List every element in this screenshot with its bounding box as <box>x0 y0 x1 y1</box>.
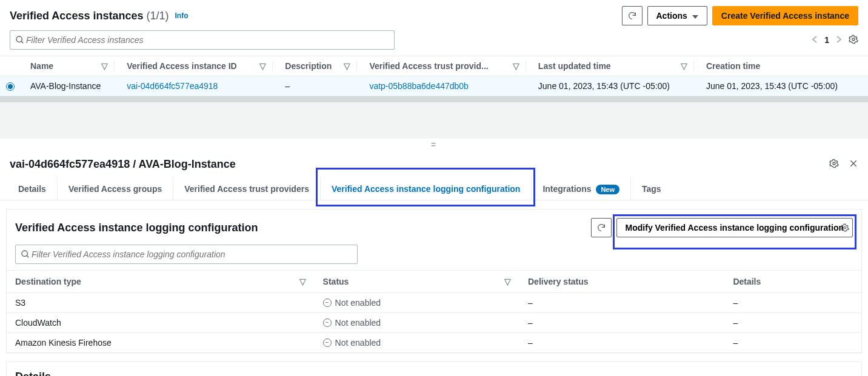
cell-status: −Not enabled <box>323 318 511 328</box>
cell-details: – <box>724 293 861 313</box>
gear-icon <box>841 223 849 232</box>
pager-next[interactable] <box>836 35 841 45</box>
close-icon <box>849 159 858 168</box>
sort-icon[interactable]: ▽ <box>504 277 511 286</box>
tab-groups[interactable]: Verified Access groups <box>57 177 173 200</box>
logging-search[interactable] <box>15 245 358 264</box>
tab-trust-providers[interactable]: Verified Access trust providers <box>173 177 320 200</box>
search-icon <box>15 35 25 45</box>
cell-delivery-status: – <box>519 333 724 353</box>
pager-number: 1 <box>824 35 829 45</box>
tab-integrations-label: Integrations <box>542 184 591 194</box>
gear-icon <box>849 35 858 44</box>
col-creation-time[interactable]: Creation time <box>706 61 760 71</box>
svg-line-2 <box>21 41 23 43</box>
cell-delivery-status: – <box>519 313 724 333</box>
svg-line-9 <box>27 256 28 257</box>
cell-dest-type: Amazon Kinesis Firehose <box>7 333 315 353</box>
not-enabled-icon: − <box>323 318 332 327</box>
cell-instance-id-link[interactable]: vai-04d664fc577ea4918 <box>127 81 218 91</box>
instances-search[interactable] <box>10 30 395 50</box>
panel-resize-handle[interactable]: = <box>0 139 868 152</box>
logging-config-table: Destination type▽ Status▽ Delivery statu… <box>7 270 861 352</box>
col-delivery-status[interactable]: Delivery status <box>519 271 724 293</box>
logging-refresh-button[interactable] <box>591 218 612 237</box>
row-select-radio[interactable] <box>6 82 15 91</box>
sort-icon[interactable]: ▽ <box>101 61 108 71</box>
tab-logging-configuration[interactable]: Verified Access instance logging configu… <box>320 177 531 200</box>
not-enabled-icon: − <box>323 298 332 307</box>
not-enabled-icon: − <box>323 338 332 347</box>
svg-point-1 <box>16 36 22 42</box>
cell-name: AVA-Blog-Instance <box>24 76 121 96</box>
sort-icon[interactable]: ▽ <box>513 61 519 71</box>
cell-dest-type: CloudWatch <box>7 313 315 333</box>
pager: 1 <box>812 35 858 46</box>
refresh-icon <box>596 223 606 233</box>
table-settings-button[interactable] <box>841 223 849 234</box>
logging-config-panel: Verified Access instance logging configu… <box>6 209 862 353</box>
col-details[interactable]: Details <box>724 271 861 293</box>
col-name[interactable]: Name <box>30 61 53 71</box>
page-title: Verified Access instances (1/1) <box>10 10 169 22</box>
table-row: Amazon Kinesis Firehose−Not enabled–– <box>7 333 861 353</box>
info-link[interactable]: Info <box>175 12 189 20</box>
close-detail-button[interactable] <box>849 159 858 170</box>
instances-search-input[interactable] <box>25 35 389 45</box>
cell-details: – <box>724 313 861 333</box>
gear-icon <box>829 159 839 168</box>
svg-point-7 <box>844 226 846 229</box>
cell-dest-type: S3 <box>7 293 315 313</box>
svg-point-3 <box>852 38 855 41</box>
tab-integrations[interactable]: Integrations New <box>531 177 630 200</box>
logging-search-input[interactable] <box>30 249 352 260</box>
svg-point-4 <box>833 162 835 165</box>
cell-details: – <box>724 333 861 353</box>
col-last-updated[interactable]: Last updated time <box>538 61 611 71</box>
blank-area <box>0 102 868 139</box>
sort-icon[interactable]: ▽ <box>259 61 266 71</box>
cell-last-updated: June 01, 2023, 15:43 (UTC -05:00) <box>532 76 700 96</box>
cell-status: −Not enabled <box>323 338 511 348</box>
search-icon <box>21 249 30 259</box>
instances-table: Name▽ Verified Access instance ID▽ Descr… <box>0 56 868 96</box>
actions-label: Actions <box>656 11 687 21</box>
refresh-icon <box>627 11 637 21</box>
cell-trust-provider-link[interactable]: vatp-05b88ba6de447db0b <box>369 81 469 91</box>
sort-icon[interactable]: ▽ <box>681 61 687 71</box>
col-instance-id[interactable]: Verified Access instance ID <box>127 61 237 71</box>
table-row: CloudWatch−Not enabled–– <box>7 313 861 333</box>
details-panel-title: Details <box>15 371 51 376</box>
details-panel: Details Log version ocsf-1.0 Trust conte… <box>6 361 862 376</box>
table-row: S3−Not enabled–– <box>7 293 861 313</box>
detail-heading: vai-04d664fc577ea4918 / AVA-Blog-Instanc… <box>10 158 236 171</box>
svg-point-8 <box>22 251 27 256</box>
actions-button[interactable]: Actions <box>647 6 707 25</box>
detail-settings-button[interactable] <box>829 159 839 170</box>
logging-panel-title: Verified Access instance logging configu… <box>15 222 258 234</box>
instance-count: (1/1) <box>146 10 169 22</box>
settings-gear-button[interactable] <box>849 35 858 46</box>
svg-marker-0 <box>692 15 698 19</box>
caret-down-icon <box>692 11 698 21</box>
col-description[interactable]: Description <box>285 61 332 71</box>
cell-status: −Not enabled <box>323 298 511 308</box>
sort-icon[interactable]: ▽ <box>344 61 350 71</box>
new-badge: New <box>596 185 619 194</box>
cell-creation-time: June 01, 2023, 15:43 (UTC -05:00) <box>700 76 868 96</box>
col-status[interactable]: Status <box>323 277 349 286</box>
table-row[interactable]: AVA-Blog-Instance vai-04d664fc577ea4918 … <box>0 76 868 96</box>
pager-prev[interactable] <box>812 35 817 45</box>
create-instance-button[interactable]: Create Verified Access instance <box>712 6 858 25</box>
col-dest-type[interactable]: Destination type <box>15 277 81 286</box>
tab-details[interactable]: Details <box>7 177 57 200</box>
refresh-button[interactable] <box>622 6 643 25</box>
scrollbar[interactable] <box>0 96 868 102</box>
col-trust-provider[interactable]: Verified Access trust provid... <box>369 61 488 71</box>
page-title-text: Verified Access instances <box>10 10 143 22</box>
modify-logging-config-button[interactable]: Modify Verified Access instance logging … <box>616 218 853 237</box>
tab-tags[interactable]: Tags <box>630 177 672 200</box>
sort-icon[interactable]: ▽ <box>299 277 306 286</box>
cell-description: – <box>279 76 363 96</box>
cell-delivery-status: – <box>519 293 724 313</box>
